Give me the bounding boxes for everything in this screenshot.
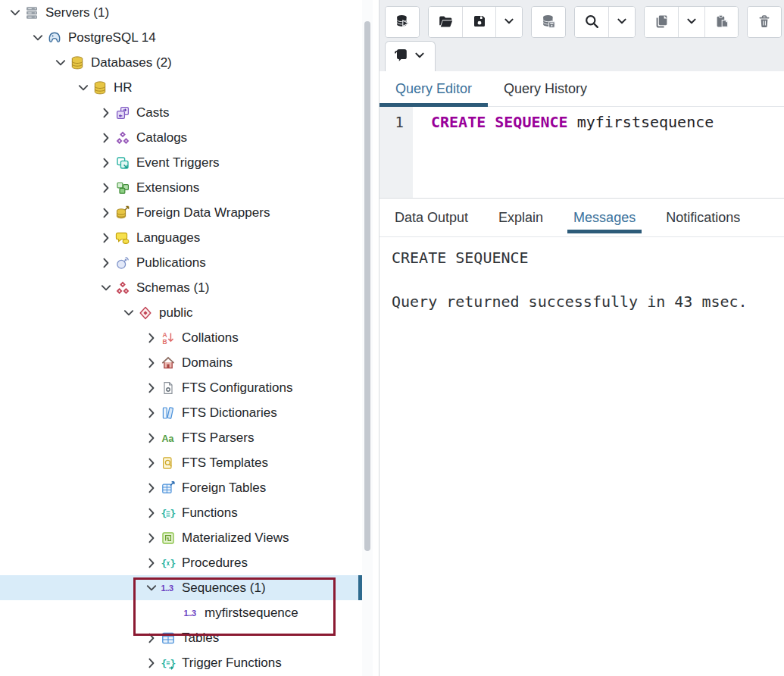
tree-item-event-triggers[interactable]: Event Triggers [0,150,362,175]
tree-item-hr[interactable]: HR [0,75,362,100]
chevron-collapsed-icon[interactable] [142,430,161,446]
message-line: Query returned successfully in 43 msec. [392,291,784,313]
messages-panel: CREATE SEQUENCE Query returned successfu… [380,237,784,676]
tree-item-functions[interactable]: {}Functions [0,500,362,525]
catalogs-icon [115,130,133,146]
save-file-button[interactable] [462,7,495,37]
copy-options-button[interactable] [678,7,704,37]
tab-notifications[interactable]: Notifications [651,199,755,236]
tree-item-public[interactable]: public [0,300,362,325]
chevron-collapsed-icon[interactable] [142,405,161,421]
query-connection-button[interactable] [386,7,419,37]
svg-text:1..3: 1..3 [184,609,196,618]
tree-item-materialized-views[interactable]: Materialized Views [0,525,362,550]
tree-item-extensions[interactable]: Extensions [0,175,362,200]
tree-item-tables[interactable]: Tables [0,625,362,650]
tree-item-trigger-functions[interactable]: {}Trigger Functions [0,650,362,675]
event-triggers-icon [115,155,133,171]
tree-item-publications[interactable]: Publications [0,250,362,275]
tree-item-myfirstsequence[interactable]: 1..3myfirstsequence [0,600,362,625]
tree-item-label: Materialized Views [181,530,289,546]
fts-dictionaries-icon [161,405,179,421]
chevron-collapsed-icon[interactable] [142,455,161,471]
tree-item-fts-templates[interactable]: FTS Templates [0,450,362,475]
save-icon [472,14,487,31]
chevron-collapsed-icon[interactable] [97,230,115,246]
tab-explain[interactable]: Explain [483,199,558,236]
tree-item-label: Trigger Functions [181,656,282,671]
chevron-collapsed-icon[interactable] [142,656,161,671]
svg-text:B: B [163,337,167,345]
tree-item-fts-parsers[interactable]: AaFTS Parsers [0,425,362,450]
chevron-expanded-icon[interactable] [74,80,92,95]
chevron-collapsed-icon[interactable] [97,255,115,271]
chevron-expanded-icon[interactable] [142,581,161,596]
tree-item-foreign-tables[interactable]: Foreign Tables [0,475,362,500]
query-tool-panel: Query EditorQuery History 1 CREATE SEQUE… [379,0,784,676]
sql-code-area[interactable]: CREATE SEQUENCE myfirstsequence [413,107,784,198]
db-connect-icon [395,14,410,31]
chevron-collapsed-icon[interactable] [97,205,115,221]
tab-query-history[interactable]: Query History [488,71,603,106]
tree-item-servers-1[interactable]: Servers (1) [0,0,362,25]
tab-data-output[interactable]: Data Output [380,199,483,236]
tree-item-label: Domains [181,355,233,371]
tree-item-postgresql-14[interactable]: PostgreSQL 14 [0,25,362,50]
chevron-collapsed-icon[interactable] [97,155,115,171]
chevron-expanded-icon[interactable] [120,305,138,321]
tree-item-catalogs[interactable]: Catalogs [0,125,362,150]
chevron-collapsed-icon[interactable] [142,355,161,371]
chevron-collapsed-icon[interactable] [97,130,115,146]
tree-item-collations[interactable]: ABCollations [0,325,362,350]
chevron-expanded-icon[interactable] [29,30,47,45]
panel-divider[interactable] [373,0,379,676]
open-file-button[interactable] [429,7,462,37]
tree-item-procedures[interactable]: {}Procedures [0,550,362,575]
tree-item-label: FTS Templates [181,455,268,471]
tree-item-casts[interactable]: Casts [0,100,362,125]
chevron-collapsed-icon[interactable] [142,631,161,646]
svg-text:Aa: Aa [162,433,175,443]
chevron-collapsed-icon[interactable] [97,105,115,120]
query-connection-tab[interactable] [385,41,436,71]
find-options-button[interactable] [608,7,635,37]
save-options-button[interactable] [495,7,522,37]
chevron-collapsed-icon[interactable] [142,330,161,346]
tree-item-label: Extensions [136,180,199,196]
find-button[interactable] [575,7,608,37]
chevron-collapsed-icon[interactable] [142,556,161,571]
chevron-expanded-icon[interactable] [52,55,70,70]
commit-button[interactable] [532,7,565,37]
tree-item-languages[interactable]: Languages [0,225,362,250]
fts-templates-icon [161,455,179,471]
tree-item-databases-2[interactable]: Databases (2) [0,50,362,75]
tab-query-editor[interactable]: Query Editor [380,71,488,106]
tree-scrollbar-thumb[interactable] [364,21,370,551]
languages-icon [115,230,133,246]
tree-item-sequences-1[interactable]: 1..3Sequences (1) [0,575,362,600]
tree-item-fts-dictionaries[interactable]: FTS Dictionaries [0,400,362,425]
tables-icon [161,631,179,646]
chevron-down-icon[interactable] [412,48,427,66]
copy-button[interactable] [645,7,678,37]
toolbar-group [747,6,782,38]
tree-item-domains[interactable]: Domains [0,350,362,375]
chevron-expanded-icon[interactable] [6,5,24,20]
chevron-collapsed-icon[interactable] [142,530,161,546]
tree-item-schemas-1[interactable]: Schemas (1) [0,275,362,300]
chevron-collapsed-icon[interactable] [97,180,115,196]
tree-item-foreign-data-wrappers[interactable]: Foreign Data Wrappers [0,200,362,225]
chevron-collapsed-icon[interactable] [142,505,161,521]
chevron-collapsed-icon[interactable] [142,480,161,496]
tree-item-fts-configurations[interactable]: FTS Configurations [0,375,362,400]
tab-messages[interactable]: Messages [558,199,651,236]
paste-button[interactable] [704,7,738,37]
tree-item-label: Event Triggers [136,155,220,171]
chevron-expanded-icon[interactable] [97,280,115,296]
chevron-collapsed-icon[interactable] [142,380,161,396]
procedures-icon: {} [161,556,179,571]
connection-tab-strip [380,41,784,71]
delete-button[interactable] [748,7,781,37]
tree-item-label: FTS Dictionaries [181,405,277,421]
toolbar-group [574,6,636,38]
